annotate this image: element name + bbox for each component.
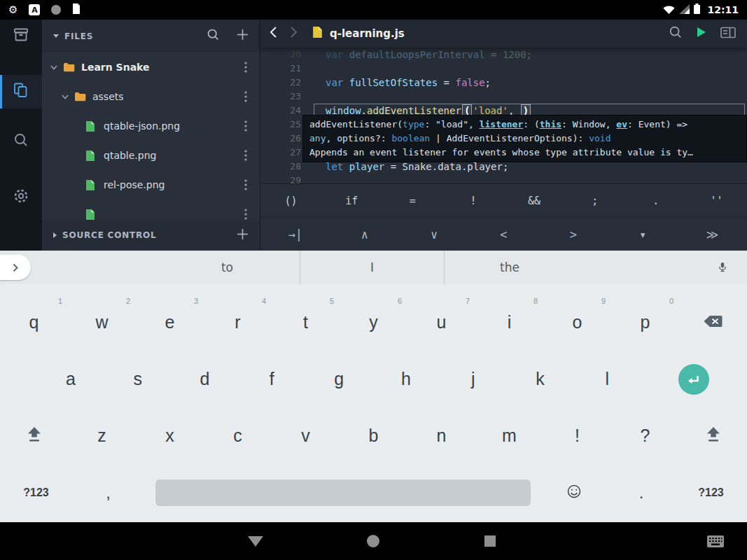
key-b[interactable]: b <box>340 407 407 464</box>
code-line-22[interactable]: 22var fullSetOfStates = false; <box>260 76 747 90</box>
back-button[interactable] <box>235 522 277 560</box>
suggestion-3[interactable]: the <box>445 251 575 284</box>
suggestion-2[interactable]: I <box>300 251 445 284</box>
emoji-key[interactable] <box>540 464 608 521</box>
keyboard-switcher-button[interactable] <box>694 522 736 560</box>
key-c[interactable]: c <box>204 407 272 464</box>
run-icon[interactable] <box>697 27 706 41</box>
key-f[interactable]: f <box>238 351 305 407</box>
code-line-23[interactable]: 23 <box>260 90 747 104</box>
key-e[interactable]: e3 <box>136 294 204 351</box>
indent-right-key[interactable]: ≫ <box>678 218 747 251</box>
key-i[interactable]: i8 <box>475 294 543 351</box>
tree-item-rel-pose-png[interactable]: rel-pose.png <box>42 170 260 200</box>
equals-key[interactable]: = <box>382 184 443 217</box>
space-key[interactable] <box>144 464 540 521</box>
kebab-menu-icon[interactable] <box>244 209 247 220</box>
key-a[interactable]: a <box>37 351 104 407</box>
kebab-menu-icon[interactable] <box>244 91 247 102</box>
back-chevron-icon[interactable] <box>270 27 277 41</box>
symbols-key-left[interactable]: ?123 <box>0 464 72 521</box>
key-h[interactable]: h <box>372 351 440 407</box>
key-s[interactable]: s <box>104 351 172 407</box>
not-key[interactable]: ! <box>443 184 504 217</box>
parens-key[interactable]: () <box>260 184 321 217</box>
key-k[interactable]: k <box>507 351 574 407</box>
nav-right-key[interactable]: > <box>538 218 608 251</box>
key-o[interactable]: o9 <box>543 294 611 351</box>
key-j[interactable]: j <box>440 351 507 407</box>
key-t[interactable]: t5 <box>272 294 340 351</box>
mic-icon[interactable] <box>698 260 747 275</box>
more-dropdown-key[interactable]: ▾ <box>608 218 677 251</box>
space-bar[interactable] <box>155 479 531 506</box>
code-line-21[interactable]: 21 <box>260 62 747 76</box>
comma-key[interactable]: , <box>72 464 144 521</box>
search-in-file-icon[interactable] <box>669 25 683 42</box>
forward-chevron-icon[interactable] <box>291 27 297 41</box>
key-hint: 9 <box>601 297 606 305</box>
key-v[interactable]: v <box>272 407 340 464</box>
key-?[interactable]: ? <box>611 407 679 464</box>
kebab-menu-icon[interactable] <box>244 150 247 161</box>
key-label: y <box>369 312 378 332</box>
kebab-menu-icon[interactable] <box>244 62 247 73</box>
symbols-key-right[interactable]: ?123 <box>675 464 747 521</box>
if-key[interactable]: if <box>321 184 382 217</box>
key-w[interactable]: w2 <box>68 294 136 351</box>
tree-item-qtable-json-png[interactable]: qtable-json.png <box>42 111 260 141</box>
nav-down-key[interactable]: ∨ <box>400 218 469 251</box>
rail-item-settings[interactable] <box>0 181 42 214</box>
quotes-key[interactable]: '' <box>686 184 747 217</box>
key-l[interactable]: l <box>573 351 641 407</box>
rail-item-files[interactable] <box>0 75 42 108</box>
semicolon-key[interactable]: ; <box>564 184 625 217</box>
tree-item-clipped[interactable] <box>42 200 260 220</box>
source-control-header[interactable]: SOURCE CONTROL <box>42 220 260 251</box>
tree-item-learn-snake[interactable]: Learn Snake <box>42 52 260 82</box>
key-x[interactable]: x <box>136 407 204 464</box>
key-m[interactable]: m <box>475 407 543 464</box>
code-area[interactable]: 20var defaultLoopsPerInterval = 1200;212… <box>260 48 747 183</box>
shift-key-right[interactable] <box>679 407 747 464</box>
dot-key[interactable]: . <box>625 184 686 217</box>
kebab-menu-icon[interactable] <box>244 179 247 190</box>
search-files-icon[interactable] <box>207 28 220 44</box>
files-section-header[interactable]: FILES <box>42 20 260 52</box>
tree-item-assets[interactable]: assets <box>42 82 260 111</box>
key-z[interactable]: z <box>68 407 136 464</box>
kebab-menu-icon[interactable] <box>244 120 247 132</box>
nav-left-key[interactable]: < <box>469 218 538 251</box>
key-r[interactable]: r4 <box>204 294 272 351</box>
key-p[interactable]: p0 <box>611 294 679 351</box>
add-repo-icon[interactable] <box>237 228 249 243</box>
period-key[interactable]: . <box>608 464 675 521</box>
shift-key-left[interactable] <box>0 407 68 464</box>
code-line-29[interactable]: 29 <box>260 174 747 183</box>
rail-item-project[interactable] <box>0 22 42 50</box>
code-token: player <box>349 161 391 172</box>
open-file-tab[interactable]: q-learning.js <box>330 27 405 40</box>
recents-button[interactable] <box>469 522 511 560</box>
home-button[interactable] <box>352 522 394 560</box>
preview-panel-icon[interactable] <box>720 27 736 41</box>
enter-key[interactable] <box>641 351 747 407</box>
key-![interactable]: ! <box>543 407 611 464</box>
add-file-icon[interactable] <box>237 29 249 43</box>
tab-key[interactable]: →| <box>260 218 330 251</box>
tree-item-qtable-png[interactable]: qtable.png <box>42 141 260 170</box>
nav-up-key[interactable]: ∧ <box>330 218 399 251</box>
key-label: r <box>235 312 240 332</box>
key-n[interactable]: n <box>407 407 475 464</box>
expand-toolbar-button[interactable] <box>0 255 31 280</box>
key-q[interactable]: q1 <box>0 294 68 351</box>
key-y[interactable]: y6 <box>340 294 407 351</box>
key-u[interactable]: u7 <box>407 294 475 351</box>
backspace-key[interactable] <box>679 294 747 351</box>
rail-item-search[interactable] <box>0 125 42 158</box>
key-d[interactable]: d <box>172 351 239 407</box>
code-line-20[interactable]: 20var defaultLoopsPerInterval = 1200; <box>260 48 747 62</box>
key-g[interactable]: g <box>305 351 372 407</box>
and-key[interactable]: && <box>504 184 565 217</box>
suggestion-1[interactable]: to <box>155 251 300 284</box>
